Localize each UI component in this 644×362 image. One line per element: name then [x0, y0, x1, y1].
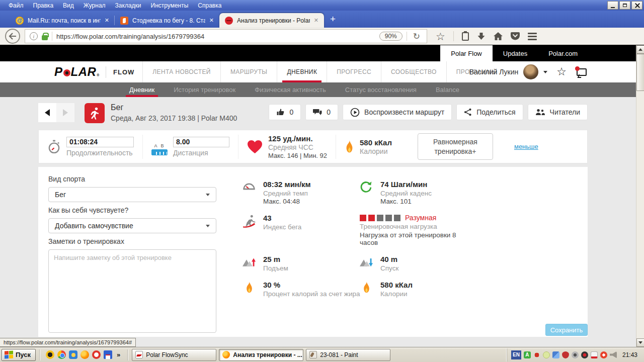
- distance-input[interactable]: [173, 137, 229, 147]
- subnav-training-history[interactable]: История тренировок: [164, 82, 245, 97]
- task-flowsync[interactable]: Polar FlowSync: [132, 349, 216, 361]
- menu-file[interactable]: Файл: [4, 1, 29, 10]
- tab-mailru[interactable]: @ Mail.Ru: почта, поиск в инт... ✕: [10, 13, 115, 28]
- start-button[interactable]: Пуск: [2, 349, 36, 361]
- nav-item-diary[interactable]: ДНЕВНИК: [277, 61, 327, 82]
- zoom-indicator[interactable]: 90%: [379, 32, 403, 41]
- tray-icon-red-shield[interactable]: [562, 351, 569, 358]
- scroll-up-button[interactable]: [636, 45, 644, 54]
- site-tab-polar-flow[interactable]: Polar Flow: [440, 45, 492, 61]
- menu-history[interactable]: Журнал: [79, 1, 111, 10]
- menu-edit[interactable]: Правка: [29, 1, 59, 10]
- polar-logo[interactable]: PLAR®: [54, 65, 100, 79]
- subnav-recovery-status[interactable]: Статус восстановления: [336, 82, 426, 97]
- firefox-icon[interactable]: [80, 350, 89, 359]
- duration-input[interactable]: [66, 137, 134, 147]
- tab-polar-active[interactable]: Анализ тренировки - Polar F... ✕: [219, 13, 324, 28]
- comment-icon: [313, 109, 322, 116]
- language-indicator[interactable]: EN: [511, 350, 521, 359]
- floppy-save-icon[interactable]: [104, 350, 112, 359]
- menu-hamburger-icon[interactable]: [528, 33, 537, 40]
- distance-group: AB Дистанция: [142, 135, 238, 159]
- site-tab-updates[interactable]: Updates: [493, 45, 538, 61]
- speaker-icon[interactable]: [610, 351, 617, 358]
- nav-item-community[interactable]: СООБЩЕСТВО: [381, 61, 446, 82]
- tray-icon-red-star[interactable]: [533, 351, 540, 358]
- browser-menubar: Файл Правка Вид Журнал Закладки Инструме…: [0, 0, 644, 11]
- nav-item-routes[interactable]: МАРШРУТЫ: [220, 61, 277, 82]
- scroll-down-button[interactable]: [636, 338, 644, 347]
- next-session-button[interactable]: [56, 103, 74, 122]
- comment-button[interactable]: 0: [305, 104, 338, 120]
- url-bar[interactable]: i https://flow.polar.com/training/analys…: [25, 29, 427, 43]
- avatar[interactable]: [523, 64, 538, 79]
- chrome-icon[interactable]: [57, 350, 66, 359]
- toolbar-icons: ☆: [436, 31, 540, 42]
- reload-icon[interactable]: ↻: [411, 31, 422, 42]
- chevron-down-icon[interactable]: [543, 71, 547, 73]
- task-browser-active[interactable]: Анализ тренировки - ...: [219, 349, 303, 361]
- tab-close-icon[interactable]: ✕: [105, 17, 109, 24]
- tray-icon-dark-red-circle[interactable]: [581, 351, 588, 358]
- training-benefit-box: Равномерная тренировка+: [418, 133, 493, 160]
- notifications-chat-icon[interactable]: [577, 68, 587, 76]
- like-button[interactable]: 0: [269, 104, 301, 120]
- thumb-up-icon: [276, 108, 285, 116]
- tab-close-icon[interactable]: ✕: [209, 17, 214, 24]
- tray-icon-leaf[interactable]: [543, 351, 550, 358]
- pocket-icon[interactable]: [511, 32, 520, 40]
- menu-help[interactable]: Справка: [193, 1, 226, 10]
- menu-view[interactable]: Вид: [58, 1, 79, 10]
- share-button[interactable]: Поделиться: [456, 104, 523, 120]
- site-tab-polar-com[interactable]: Polar.com: [538, 45, 588, 61]
- opera-icon[interactable]: [92, 350, 101, 359]
- task-paint[interactable]: 23-081 - Paint: [306, 349, 390, 361]
- scrollbar-thumb[interactable]: [636, 54, 644, 91]
- restore-button[interactable]: [619, 1, 630, 10]
- amigo-browser-icon[interactable]: [69, 350, 77, 359]
- tab-close-icon[interactable]: ✕: [314, 17, 318, 24]
- followers-button[interactable]: Читатели: [528, 104, 588, 120]
- tray-icon-blue-blocks[interactable]: [552, 351, 559, 358]
- descent-stat: 40 m Спуск: [360, 255, 526, 272]
- nav-item-feed[interactable]: ЛЕНТА НОВОСТЕЙ: [142, 61, 220, 82]
- subnav-diary[interactable]: Дневник: [120, 82, 164, 97]
- browser-tabbar: @ Mail.Ru: почта, поиск в инт... ✕ Стодн…: [0, 11, 644, 28]
- favorites-star-icon[interactable]: ☆: [556, 65, 567, 78]
- tray-icon-webcam[interactable]: [572, 351, 579, 358]
- vertical-scrollbar[interactable]: [636, 45, 644, 347]
- descent-value: 40 m: [380, 255, 398, 263]
- minimize-button[interactable]: [607, 1, 618, 10]
- aimp-icon[interactable]: [46, 350, 54, 359]
- tray-icon-green-a[interactable]: A: [524, 351, 531, 358]
- menu-bookmarks[interactable]: Закладки: [111, 1, 146, 10]
- nav-item-progress[interactable]: ПРОГРЕСС: [327, 61, 381, 82]
- arrow-left-icon: [45, 109, 50, 116]
- feeling-select[interactable]: Добавить самочувствие: [48, 218, 216, 233]
- new-tab-button[interactable]: +: [330, 14, 336, 25]
- replay-route-button[interactable]: Воспроизвести маршрут: [343, 104, 452, 120]
- tab-run100[interactable]: Стодневка по бегу - 8. Ста... ✕: [115, 13, 219, 28]
- close-button[interactable]: [631, 1, 642, 10]
- quick-launch-overflow-chevron[interactable]: »: [115, 351, 122, 358]
- subnav-balance[interactable]: Balance: [426, 82, 469, 97]
- user-name[interactable]: Василий Лукин: [469, 68, 519, 76]
- info-icon[interactable]: i: [30, 32, 38, 40]
- back-button[interactable]: [5, 29, 20, 44]
- home-icon[interactable]: [494, 32, 503, 40]
- notes-textarea[interactable]: [48, 249, 216, 333]
- library-clipboard-icon[interactable]: [462, 32, 469, 41]
- subnav-activity[interactable]: Физическая активность: [245, 82, 336, 97]
- tray-icon-orange-ring[interactable]: [600, 351, 607, 358]
- run100-favicon: [120, 17, 128, 25]
- downloads-icon[interactable]: [477, 32, 486, 40]
- url-text[interactable]: https://flow.polar.com/training/analysis…: [56, 33, 375, 40]
- share-label: Поделиться: [476, 108, 515, 116]
- save-button[interactable]: Сохранить: [545, 324, 588, 336]
- bookmark-star-icon[interactable]: ☆: [436, 31, 445, 42]
- previous-session-button[interactable]: [38, 103, 56, 122]
- tray-icon-sync-app[interactable]: [591, 351, 598, 358]
- menu-tools[interactable]: Инструменты: [146, 1, 194, 10]
- show-less-link[interactable]: меньше: [514, 143, 538, 150]
- sport-select[interactable]: Бег: [48, 187, 216, 202]
